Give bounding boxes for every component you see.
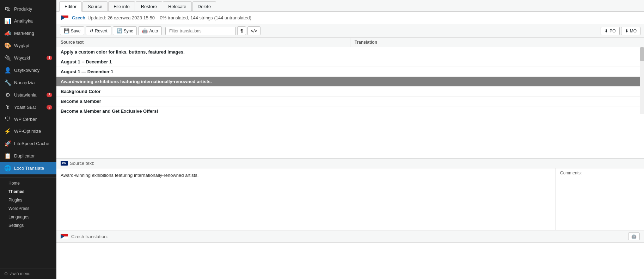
save-label: Save	[71, 29, 80, 33]
uzytkownicy-icon: 👤	[4, 67, 11, 74]
tab-restore[interactable]: Restore	[136, 1, 162, 11]
collapse-label: Zwiń menu	[10, 271, 31, 276]
analityka-icon: 📊	[4, 18, 11, 24]
sidebar-item-uzytkownicy[interactable]: 👤 Użytkownicy	[0, 64, 56, 76]
translation-textarea[interactable]	[61, 246, 640, 274]
translation-input-area	[56, 243, 644, 279]
source-cell: Become a Member and Get Exclusive Offers…	[56, 106, 348, 114]
collapse-menu-button[interactable]: ⊙ Zwiń menu	[0, 268, 56, 279]
sidebar-item-label: Yoast SEO	[14, 105, 36, 110]
sidebar-item-locotranslate[interactable]: 🌐 Loco Translate	[0, 162, 56, 174]
sidebar-sub-themes[interactable]: Themes	[0, 187, 56, 196]
collapse-icon: ⊙	[4, 271, 8, 276]
tab-relocate[interactable]: Relocate	[163, 1, 191, 11]
yoast-icon: Y	[4, 104, 11, 110]
paragraph-button[interactable]: ¶	[237, 26, 246, 35]
translation-cell	[348, 77, 640, 86]
ai-translate-button[interactable]: 🤖	[628, 232, 640, 240]
revert-icon: ↺	[90, 28, 93, 33]
sidebar-item-ustawienia[interactable]: ⚙ Ustawienia 3	[0, 89, 56, 101]
toolbar: 💾 Save ↺ Revert 🔄 Sync 🤖 Auto ¶ </> ⬇ PO…	[56, 24, 644, 38]
sync-button[interactable]: 🔄 Sync	[113, 26, 137, 35]
po-label: PO	[609, 29, 615, 33]
table-header: Source text Translation	[56, 38, 644, 47]
filter-input[interactable]	[165, 27, 236, 35]
yoast-badge: 2	[47, 105, 52, 110]
sidebar-item-produkty[interactable]: 🛍 Produkty	[0, 3, 56, 15]
auto-button[interactable]: 🤖 Auto	[138, 26, 162, 35]
table-row[interactable]: August 1 -- December 1	[56, 57, 640, 67]
produkty-icon: 🛍	[4, 6, 11, 12]
sidebar-item-marketing[interactable]: 📣 Marketing	[0, 27, 56, 39]
sidebar-item-duplicator[interactable]: 📋 Duplicator	[0, 150, 56, 162]
sidebar-item-litespeed[interactable]: 🚀 LiteSpeed Cache	[0, 137, 56, 150]
sidebar-item-label: LiteSpeed Cache	[14, 141, 49, 146]
translation-cell	[348, 106, 640, 114]
wtyczki-badge: 1	[47, 56, 52, 60]
sidebar-item-wpcerber[interactable]: 🛡 WP Cerber	[0, 113, 56, 125]
sidebar-item-wyglad[interactable]: 🎨 Wygląd	[0, 39, 56, 52]
sidebar-item-label: Loco Translate	[14, 166, 44, 171]
download-po-button[interactable]: ⬇ PO	[601, 27, 619, 35]
sidebar-subnav: Home Themes Plugins WordPress Languages …	[0, 177, 56, 231]
table-row[interactable]: August 1 — December 1	[56, 67, 640, 77]
table-row[interactable]: Become a Member	[56, 97, 640, 106]
table-scrollbar[interactable]	[640, 47, 644, 114]
source-label: Source text:	[70, 161, 94, 166]
save-button[interactable]: 💾 Save	[60, 26, 84, 35]
code-button[interactable]: </>	[247, 26, 260, 35]
table-scrollbar-thumb	[640, 47, 644, 61]
wtyczki-icon: 🔌	[4, 55, 11, 61]
download-buttons: ⬇ PO ⬇ MO	[601, 27, 640, 35]
translation-header: Czech translation: 🤖	[56, 230, 644, 243]
sidebar-item-wpoptimize[interactable]: ⚡ WP-Optimize	[0, 125, 56, 137]
sync-icon: 🔄	[117, 28, 122, 33]
sidebar-item-analityka[interactable]: 📊 Analityka	[0, 15, 56, 27]
table-row[interactable]: Become a Member and Get Exclusive Offers…	[56, 106, 640, 114]
source-cell: Apply a custom color for links, buttons,…	[56, 47, 348, 57]
tab-source[interactable]: Source	[82, 1, 108, 11]
source-text: August 1 — December 1	[61, 69, 114, 74]
download-mo-button[interactable]: ⬇ MO	[621, 27, 640, 35]
sidebar-item-label: WP Cerber	[14, 117, 37, 122]
info-details: Updated: 26 czerwca 2023 15:50 – 0% tran…	[87, 15, 251, 20]
detail-body: Award-winning exhibitions featuring inte…	[56, 168, 644, 230]
source-text: Award-winning exhibitions featuring inte…	[61, 79, 212, 84]
ustawienia-badge: 3	[47, 93, 52, 97]
col-translation-header: Translation	[350, 38, 644, 47]
table-row-selected[interactable]: Award-winning exhibitions featuring inte…	[56, 77, 640, 87]
sidebar-item-label: WP-Optimize	[14, 129, 41, 134]
sidebar-item-label: Ustawienia	[14, 92, 37, 98]
table-row[interactable]: Apply a custom color for links, buttons,…	[56, 47, 640, 57]
comments-label: Comments:	[560, 170, 582, 175]
czech-flag	[61, 16, 68, 20]
sidebar-item-wtyczki[interactable]: 🔌 Wtyczki 1	[0, 52, 56, 64]
main-content: Editor Source File info Restore Relocate…	[56, 0, 644, 279]
sidebar-sub-home[interactable]: Home	[0, 179, 56, 187]
table-row[interactable]: Background Color	[56, 87, 640, 97]
tab-delete[interactable]: Delete	[192, 1, 216, 11]
locotranslate-icon: 🌐	[4, 165, 11, 172]
sidebar-sub-wordpress[interactable]: WordPress	[0, 204, 56, 213]
sidebar-sub-languages[interactable]: Languages	[0, 213, 56, 221]
translation-cell	[348, 97, 640, 106]
source-cell: Background Color	[56, 87, 348, 96]
tab-fileinfo[interactable]: File info	[108, 1, 135, 11]
tab-bar: Editor Source File info Restore Relocate…	[56, 0, 644, 12]
save-icon: 💾	[64, 28, 69, 33]
translation-section: Czech translation: 🤖	[56, 230, 644, 279]
lang-name: Czech	[72, 15, 85, 20]
tab-editor[interactable]: Editor	[59, 1, 82, 12]
download-mo-icon: ⬇	[625, 29, 628, 33]
sidebar-item-label: Marketing	[14, 31, 34, 36]
sidebar-sub-plugins[interactable]: Plugins	[0, 196, 56, 204]
sidebar-item-label: Narzędzia	[14, 80, 35, 85]
detail-area: EN Source text: Award-winning exhibition…	[56, 158, 644, 279]
ustawienia-icon: ⚙	[4, 92, 11, 98]
sidebar-sub-settings[interactable]: Settings	[0, 221, 56, 230]
revert-button[interactable]: ↺ Revert	[86, 26, 111, 35]
sidebar-item-narzedzia[interactable]: 🔧 Narzędzia	[0, 76, 56, 89]
sidebar-item-yoast[interactable]: Y Yoast SEO 2	[0, 101, 56, 113]
en-flag: EN	[61, 161, 68, 166]
translation-cell	[348, 67, 640, 76]
